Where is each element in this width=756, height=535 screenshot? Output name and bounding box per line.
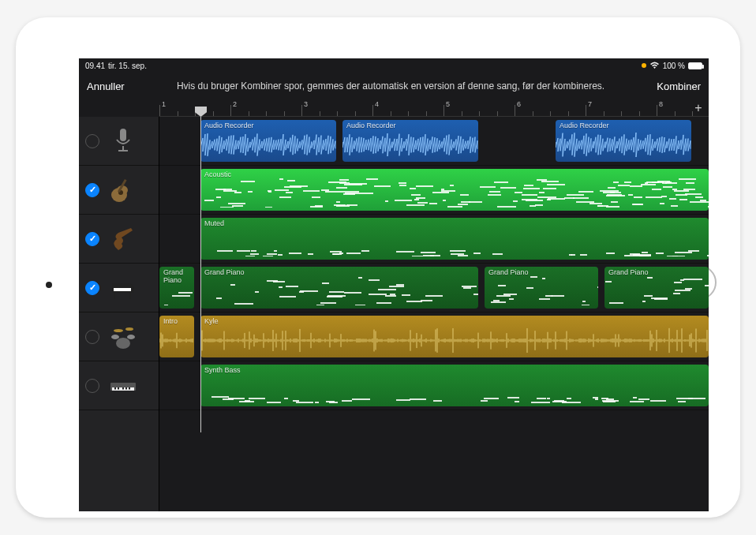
- track-header-bass[interactable]: [79, 215, 159, 264]
- keyboard-synth-icon: [106, 369, 140, 403]
- svg-rect-20: [125, 387, 127, 390]
- region-label: Muted: [204, 219, 224, 227]
- region[interactable]: Muted: [200, 218, 709, 260]
- status-time: 09.41: [85, 62, 105, 70]
- track-header-mic[interactable]: [79, 117, 159, 166]
- combine-info-message: Hvis du bruger Kombiner spor, gemmes der…: [125, 80, 657, 92]
- region-label: Acoustic: [204, 170, 231, 178]
- timeline[interactable]: Audio RecorderAudio RecorderAudio Record…: [159, 117, 709, 511]
- playhead[interactable]: [200, 117, 201, 432]
- track-select-checkbox[interactable]: [85, 379, 99, 393]
- track-header-piano[interactable]: [79, 264, 159, 312]
- track-select-checkbox[interactable]: [85, 183, 99, 197]
- region-label: Kyle: [204, 317, 219, 325]
- svg-point-12: [127, 335, 135, 339]
- region[interactable]: Audio Recorder: [200, 120, 336, 162]
- wifi-dot-icon: [642, 63, 646, 68]
- region[interactable]: Intro: [159, 316, 194, 357]
- ipad-camera-icon: [46, 282, 52, 288]
- svg-rect-7: [114, 293, 115, 299]
- region-label: Grand Piano: [608, 268, 649, 276]
- grand-piano-icon: [106, 271, 140, 305]
- ruler-bar-label: 8: [659, 100, 663, 108]
- add-bars-button[interactable]: +: [691, 101, 705, 115]
- top-bar: Annuller Hvis du bruger Kombiner spor, g…: [79, 73, 709, 99]
- svg-rect-18: [118, 387, 119, 390]
- ruler-bar-label: 7: [588, 100, 592, 108]
- svg-rect-17: [114, 387, 116, 390]
- region-label: Audio Recorder: [204, 122, 254, 129]
- svg-rect-19: [122, 387, 124, 390]
- tracks-area: Audio RecorderAudio RecorderAudio Record…: [79, 117, 709, 511]
- ruler-bar-label: 2: [233, 100, 237, 108]
- track-select-checkbox[interactable]: [85, 134, 99, 148]
- track-header-acoustic[interactable]: [79, 166, 159, 215]
- status-date: tir. 15. sep.: [108, 62, 147, 70]
- microphone-icon: [106, 124, 140, 159]
- acoustic-guitar-icon: [106, 173, 140, 208]
- svg-point-14: [125, 327, 133, 331]
- track-lane-synth[interactable]: Synth Bass: [159, 361, 709, 410]
- battery-icon: [688, 62, 702, 69]
- region-label: Synth Bass: [204, 366, 241, 374]
- region-label: Grand Piano: [204, 268, 245, 276]
- region-label: Intro: [163, 317, 178, 325]
- region[interactable]: Grand Piano: [604, 267, 709, 309]
- track-lane-acoustic[interactable]: Acoustic: [159, 166, 709, 215]
- region-label: Audio Recorder: [346, 122, 396, 129]
- combine-button[interactable]: Kombiner: [657, 80, 701, 92]
- ruler-bar-label: 5: [446, 100, 450, 108]
- track-select-checkbox[interactable]: [85, 281, 99, 295]
- region[interactable]: Synth Bass: [200, 365, 709, 406]
- svg-point-11: [111, 335, 119, 339]
- region[interactable]: Audio Recorder: [342, 120, 478, 162]
- track-headers: [79, 117, 159, 511]
- track-select-checkbox[interactable]: [85, 232, 99, 246]
- track-header-drums[interactable]: [79, 312, 159, 361]
- ruler-bar-label: 6: [517, 100, 521, 108]
- track-header-synth[interactable]: [79, 361, 159, 410]
- track-lane-piano[interactable]: Grand PianoGrand PianoGrand PianoGrand P…: [159, 264, 709, 312]
- timeline-ruler[interactable]: 12345678 +: [159, 99, 709, 117]
- battery-percent: 100 %: [663, 62, 685, 70]
- region[interactable]: Acoustic: [200, 169, 709, 211]
- region[interactable]: Grand Piano: [159, 267, 194, 309]
- region[interactable]: Grand Piano: [485, 267, 598, 309]
- svg-rect-9: [114, 288, 131, 291]
- bass-guitar-icon: [106, 222, 140, 256]
- region[interactable]: Kyle: [200, 316, 709, 357]
- track-lane-bass[interactable]: Muted: [159, 215, 709, 264]
- svg-point-10: [116, 338, 130, 349]
- drum-kit-icon: [106, 320, 140, 354]
- track-lane-drums[interactable]: IntroKyle: [159, 312, 709, 361]
- region-label: Grand Piano: [488, 268, 529, 276]
- wifi-icon: [649, 62, 660, 69]
- track-lane-mic[interactable]: Audio RecorderAudio RecorderAudio Record…: [159, 117, 709, 166]
- svg-rect-8: [129, 293, 131, 299]
- ruler-bar-label: 3: [304, 100, 308, 108]
- app-screen: 09.41 tir. 15. sep. 100 % Annuller Hvis …: [79, 58, 709, 511]
- region[interactable]: Grand Piano: [200, 267, 478, 309]
- track-select-checkbox[interactable]: [85, 330, 99, 344]
- svg-rect-0: [120, 129, 126, 141]
- ipad-frame: 09.41 tir. 15. sep. 100 % Annuller Hvis …: [16, 17, 740, 518]
- region-label: Audio Recorder: [560, 122, 609, 129]
- svg-point-13: [114, 329, 123, 332]
- ruler-bar-label: 4: [375, 100, 379, 108]
- cancel-button[interactable]: Annuller: [87, 80, 125, 92]
- status-bar: 09.41 tir. 15. sep. 100 %: [79, 58, 709, 73]
- svg-rect-21: [129, 387, 130, 390]
- ruler-bar-label: 1: [162, 100, 166, 108]
- region[interactable]: Audio Recorder: [556, 120, 691, 162]
